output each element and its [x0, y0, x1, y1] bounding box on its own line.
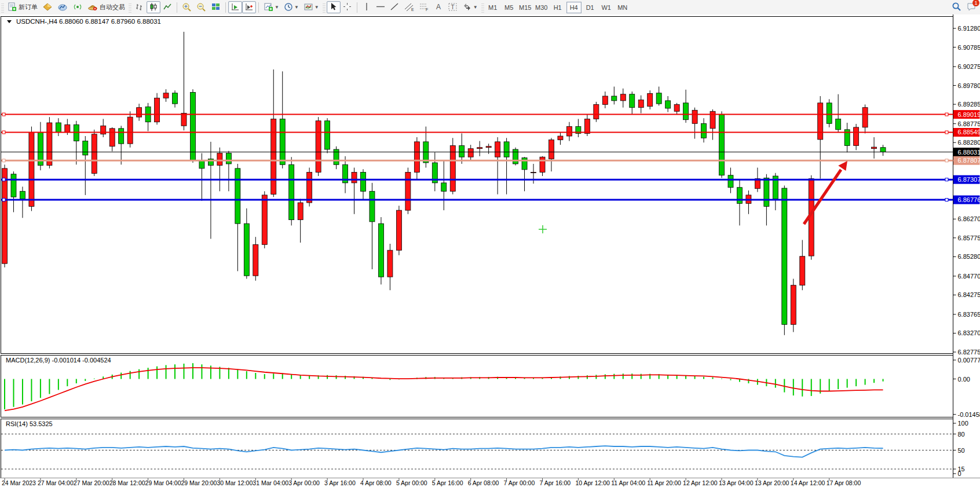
- time-tick-label: 13 Apr 04:00: [719, 479, 754, 486]
- time-tick-label: 27 Mar 20:00: [74, 479, 109, 486]
- price-tick-label: 6.88775: [958, 120, 980, 127]
- candle: [378, 217, 383, 284]
- candle: [791, 279, 796, 332]
- arrows-caret-icon[interactable]: ▼: [473, 5, 478, 10]
- line-handle-left[interactable]: [2, 113, 5, 116]
- candle-body: [370, 191, 375, 222]
- cursor-button[interactable]: [327, 1, 341, 13]
- price-tick-label: 6.85280: [958, 253, 980, 260]
- crosshair-button[interactable]: [341, 1, 354, 13]
- timeframe-m1-button[interactable]: M1: [485, 2, 500, 13]
- template-chart-icon: [303, 2, 313, 13]
- timeframe-w1-button[interactable]: W1: [599, 2, 614, 13]
- candle-body: [620, 94, 626, 101]
- timeframe-m15-button[interactable]: M15: [518, 2, 533, 13]
- bar-chart-icon: [135, 2, 144, 13]
- candle-body: [109, 129, 115, 146]
- line-handle-right[interactable]: [945, 113, 948, 116]
- candle-body: [316, 121, 321, 173]
- candle-body: [378, 223, 383, 277]
- periods-button[interactable]: ▼: [281, 1, 301, 13]
- timeframe-m5-button[interactable]: M5: [502, 2, 517, 13]
- new-order-button[interactable]: 新订单: [5, 1, 40, 13]
- candle-body: [352, 172, 357, 182]
- candle-body: [11, 174, 16, 197]
- svg-text:A: A: [436, 3, 441, 11]
- line-handle-right[interactable]: [945, 178, 948, 181]
- bar-chart-button[interactable]: [133, 1, 147, 13]
- candle-body: [127, 117, 133, 144]
- equidistant-channel-button[interactable]: E: [401, 1, 416, 13]
- line-chart-button[interactable]: [160, 1, 174, 13]
- zoom-in-button[interactable]: [180, 1, 194, 13]
- candle-body: [558, 136, 563, 140]
- price-tick-label: 6.85775: [958, 234, 980, 241]
- market-button[interactable]: [55, 1, 70, 13]
- candle-body: [459, 145, 465, 157]
- candle-body: [548, 140, 554, 159]
- templates-button[interactable]: ▼: [301, 1, 321, 13]
- candle-body: [414, 142, 419, 173]
- tile-windows-button[interactable]: [209, 1, 223, 13]
- line-handle-left[interactable]: [2, 159, 5, 162]
- candle: [29, 127, 34, 211]
- new-order-label: 新订单: [19, 3, 38, 12]
- toolbar-grip[interactable]: [1, 2, 4, 13]
- fibonacci-button[interactable]: F: [416, 1, 432, 13]
- search-icon[interactable]: [952, 2, 961, 13]
- time-tick-label: 14 Apr 12:00: [791, 479, 825, 486]
- notifications-button[interactable]: 1: [966, 2, 977, 13]
- candle-body: [495, 142, 500, 157]
- line-handle-left[interactable]: [2, 199, 5, 201]
- price-tag-label: 6.86776: [958, 196, 980, 203]
- svg-text:E: E: [411, 8, 414, 12]
- zoom-out-button[interactable]: [194, 1, 209, 13]
- timeframe-m30-button[interactable]: M30: [534, 2, 549, 13]
- periods-caret-icon[interactable]: ▼: [294, 5, 299, 10]
- line-handle-right[interactable]: [945, 131, 948, 134]
- indicators-caret-icon[interactable]: ▼: [275, 5, 279, 10]
- horizontal-line-button[interactable]: [374, 1, 387, 13]
- line-handle-right[interactable]: [945, 159, 948, 162]
- text-label-button[interactable]: T: [445, 1, 460, 13]
- arrows-button[interactable]: ▼: [460, 1, 480, 13]
- auto-scroll-button[interactable]: [228, 1, 242, 13]
- chart-shift-button[interactable]: [242, 1, 256, 13]
- metaeditor-button[interactable]: [40, 1, 55, 13]
- candle: [316, 117, 321, 176]
- indicators-button[interactable]: ▼: [261, 1, 281, 13]
- toolbar-grip[interactable]: [481, 2, 484, 13]
- autotrading-button[interactable]: 自动交易: [85, 1, 127, 13]
- text-button[interactable]: A: [432, 1, 445, 13]
- candle-body: [235, 168, 240, 223]
- signals-button[interactable]: [70, 1, 85, 13]
- candle-body: [594, 104, 599, 119]
- line-handle-left[interactable]: [2, 178, 5, 181]
- toolbar-grip[interactable]: [129, 2, 131, 13]
- macd-axis-label: 0.00: [958, 376, 970, 383]
- candle-body: [83, 141, 88, 155]
- candle-body: [872, 147, 877, 149]
- timeframe-mn-button[interactable]: MN: [615, 2, 630, 13]
- macd-panel-border: [1, 356, 953, 417]
- timeframe-h4-button[interactable]: H4: [566, 2, 582, 13]
- candlestick-chart-button[interactable]: [147, 1, 160, 13]
- fibonacci-icon: F: [419, 2, 429, 13]
- candle-body: [880, 148, 886, 152]
- price-tick-label: 6.91280: [958, 25, 980, 32]
- price-tag-label: 6.87807: [958, 157, 980, 164]
- price-tag-label: 6.88031: [958, 149, 980, 156]
- timeframe-h1-button[interactable]: H1: [550, 2, 565, 13]
- candle-body: [226, 153, 231, 164]
- candle-body: [405, 172, 411, 210]
- tile-windows-icon: [211, 2, 221, 13]
- timeframe-d1-button[interactable]: D1: [583, 2, 598, 13]
- toolbar-grip[interactable]: [323, 2, 326, 13]
- vertical-line-button[interactable]: [360, 1, 374, 13]
- trendline-button[interactable]: [387, 1, 401, 13]
- templates-caret-icon[interactable]: ▼: [315, 5, 319, 10]
- line-handle-left[interactable]: [2, 131, 5, 134]
- rsi-axis-label: 100: [958, 420, 968, 427]
- line-handle-right[interactable]: [945, 199, 948, 201]
- candle-body: [486, 146, 491, 148]
